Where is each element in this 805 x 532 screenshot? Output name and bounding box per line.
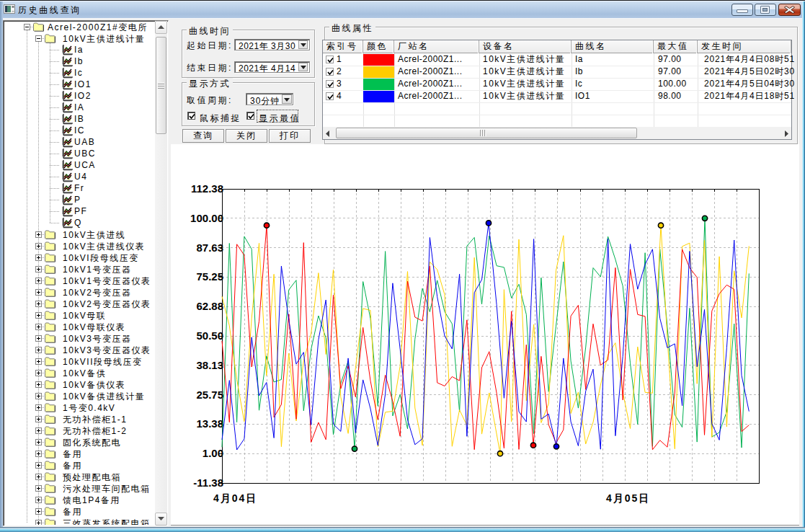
svg-text:13.38: 13.38	[196, 417, 223, 430]
svg-text:-11.38: -11.38	[193, 476, 223, 489]
svg-text:87.63: 87.63	[196, 241, 223, 254]
svg-text:38.13: 38.13	[196, 359, 223, 371]
svg-text:25.75: 25.75	[196, 389, 223, 401]
svg-text:1.00: 1.00	[203, 447, 223, 459]
svg-text:112.38: 112.38	[191, 182, 223, 195]
svg-text:4月05日: 4月05日	[606, 492, 650, 504]
svg-text:4月04日: 4月04日	[213, 492, 257, 504]
svg-text:62.88: 62.88	[196, 300, 223, 312]
svg-text:75.25: 75.25	[196, 270, 223, 283]
svg-text:100.00: 100.00	[190, 212, 223, 224]
svg-text:50.50: 50.50	[196, 329, 223, 342]
